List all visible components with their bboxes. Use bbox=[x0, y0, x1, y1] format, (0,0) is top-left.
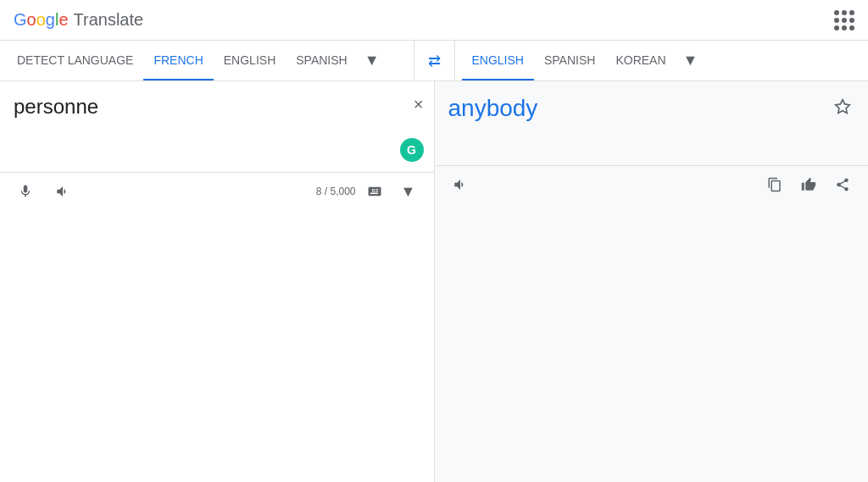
source-lang-panel: DETECT LANGUAGE FRENCH ENGLISH SPANISH ▼ bbox=[0, 41, 415, 80]
output-area: anybody bbox=[435, 81, 869, 166]
share-btn[interactable] bbox=[827, 169, 858, 200]
input-area: personne × G bbox=[0, 81, 434, 173]
output-panel: anybody bbox=[435, 81, 869, 482]
star-btn[interactable] bbox=[831, 95, 854, 123]
mic-btn[interactable] bbox=[10, 176, 41, 207]
app-header: Google Translate bbox=[0, 0, 868, 41]
more-target-lang-btn[interactable]: ▼ bbox=[676, 52, 705, 69]
main-area: personne × G 8 / 5,000 ▼ bbox=[0, 81, 868, 482]
apps-menu-icon[interactable] bbox=[834, 10, 854, 30]
source-input[interactable]: personne bbox=[14, 95, 420, 163]
output-action-icons bbox=[760, 169, 858, 200]
input-panel: personne × G 8 / 5,000 ▼ bbox=[0, 81, 435, 482]
english-source-btn[interactable]: ENGLISH bbox=[214, 41, 286, 80]
speaker-output-btn[interactable] bbox=[445, 169, 476, 200]
spanish-source-btn[interactable]: SPANISH bbox=[286, 41, 357, 80]
korean-target-btn[interactable]: KOREAN bbox=[605, 41, 676, 80]
svg-marker-0 bbox=[836, 100, 850, 114]
feedback-btn[interactable] bbox=[793, 169, 824, 200]
output-icons bbox=[445, 169, 476, 200]
logo: Google Translate bbox=[14, 10, 143, 30]
swap-icon[interactable]: ⇄ bbox=[426, 53, 442, 69]
more-input-btn[interactable]: ▼ bbox=[393, 176, 424, 207]
toolbar-right: 8 / 5,000 ▼ bbox=[316, 176, 424, 207]
output-toolbar bbox=[435, 166, 869, 203]
copy-btn[interactable] bbox=[760, 169, 790, 200]
translated-text: anybody bbox=[448, 95, 538, 122]
language-bar: DETECT LANGUAGE FRENCH ENGLISH SPANISH ▼… bbox=[0, 41, 868, 81]
speaker-input-btn[interactable] bbox=[47, 176, 78, 207]
logo-google: Google bbox=[14, 10, 69, 30]
detect-language-btn[interactable]: DETECT LANGUAGE bbox=[7, 41, 143, 80]
char-count: 8 / 5,000 bbox=[316, 186, 356, 197]
toolbar-left bbox=[10, 176, 78, 207]
input-toolbar: 8 / 5,000 ▼ bbox=[0, 173, 434, 210]
spanish-target-btn[interactable]: SPANISH bbox=[534, 41, 605, 80]
clear-input-btn[interactable]: × bbox=[414, 95, 424, 114]
keyboard-btn[interactable] bbox=[359, 176, 390, 207]
target-lang-panel: ENGLISH SPANISH KOREAN ▼ bbox=[455, 41, 869, 80]
french-btn[interactable]: FRENCH bbox=[143, 41, 213, 80]
logo-translate: Translate bbox=[74, 10, 144, 30]
more-source-lang-btn[interactable]: ▼ bbox=[358, 52, 387, 69]
english-target-btn[interactable]: ENGLISH bbox=[462, 41, 534, 80]
swap-languages-btn[interactable]: ⇄ bbox=[415, 41, 455, 80]
grammarly-icon: G bbox=[400, 138, 424, 162]
